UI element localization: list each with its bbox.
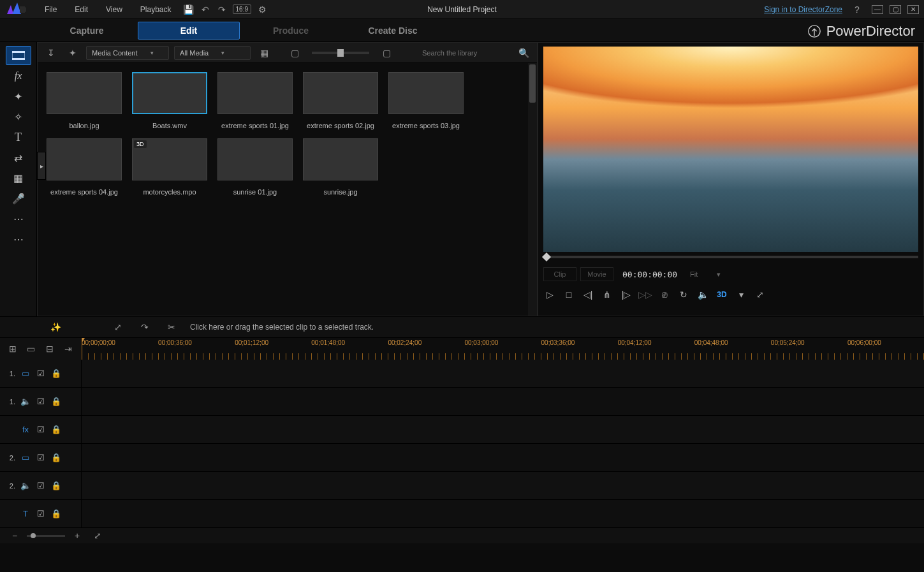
media-thumb[interactable]: extreme sports 04.jpg bbox=[47, 138, 122, 196]
grid-scrollbar[interactable] bbox=[528, 63, 537, 316]
movie-mode-button[interactable]: Movie bbox=[580, 267, 613, 281]
media-content-dropdown[interactable]: Media Content▾ bbox=[86, 46, 169, 60]
fast-forward-icon[interactable]: ▷▷ bbox=[639, 288, 652, 301]
media-thumb[interactable]: extreme sports 03.jpg bbox=[388, 72, 464, 129]
prev-frame-icon[interactable]: ◁| bbox=[582, 288, 594, 301]
timeline-view-icon[interactable]: ⊞ bbox=[6, 342, 18, 356]
track-lane[interactable] bbox=[82, 416, 924, 443]
fit-to-screen-icon[interactable]: ⤢ bbox=[111, 320, 125, 334]
room-media-icon[interactable] bbox=[6, 46, 31, 65]
next-frame-icon[interactable]: |▷ bbox=[620, 288, 633, 301]
thumb-large-icon[interactable]: ▢ bbox=[379, 46, 393, 60]
help-icon[interactable]: ? bbox=[850, 3, 864, 17]
minimize-icon[interactable]: — bbox=[872, 5, 883, 14]
volume-icon[interactable]: 🔈 bbox=[696, 288, 709, 301]
room-subtitle-icon[interactable]: ⋯ bbox=[6, 230, 31, 249]
tab-capture[interactable]: Capture bbox=[36, 22, 138, 40]
redo-icon[interactable]: ↷ bbox=[215, 3, 229, 17]
track-visible-icon[interactable]: ☑ bbox=[36, 481, 46, 490]
tab-create-disc[interactable]: Create Disc bbox=[342, 22, 444, 40]
undock-icon[interactable]: ⤢ bbox=[754, 288, 766, 301]
track-lock-icon[interactable]: 🔒 bbox=[51, 453, 61, 462]
thumb-image bbox=[388, 72, 464, 114]
menu-view[interactable]: View bbox=[97, 3, 131, 17]
preview-seekbar[interactable] bbox=[543, 252, 918, 262]
zoom-out-icon[interactable]: − bbox=[8, 529, 22, 543]
settings-icon[interactable]: ⚙ bbox=[255, 3, 269, 17]
thumb-small-icon[interactable]: ▢ bbox=[288, 46, 302, 60]
track-lock-icon[interactable]: 🔒 bbox=[51, 481, 61, 490]
import-icon[interactable]: ↧ bbox=[44, 46, 58, 60]
menu-file[interactable]: File bbox=[36, 3, 66, 17]
room-particle-icon[interactable]: ✧ bbox=[6, 107, 31, 126]
track-visible-icon[interactable]: ☑ bbox=[36, 425, 46, 434]
preview-viewport[interactable] bbox=[543, 47, 918, 252]
media-thumb[interactable]: Boats.wmv bbox=[132, 72, 207, 129]
media-thumb[interactable]: extreme sports 01.jpg bbox=[217, 72, 293, 129]
track-manager-icon[interactable]: ⊟ bbox=[44, 342, 56, 356]
track-lock-icon[interactable]: 🔒 bbox=[51, 425, 61, 434]
track-visible-icon[interactable]: ☑ bbox=[36, 397, 46, 406]
signin-link[interactable]: Sign in to DirectorZone bbox=[764, 5, 842, 14]
media-thumb[interactable]: ballon.jpg bbox=[47, 72, 122, 129]
room-title-icon[interactable]: T bbox=[6, 128, 31, 147]
media-thumb[interactable]: extreme sports 02.jpg bbox=[303, 72, 378, 129]
thumb-size-slider[interactable] bbox=[312, 52, 369, 54]
room-pip-icon[interactable]: ✦ bbox=[6, 87, 31, 106]
timeline-ruler[interactable]: 00;00;00;0000;00;36;0000;01;12;0000;01;4… bbox=[82, 338, 924, 360]
snap-icon[interactable]: ⇥ bbox=[62, 342, 75, 356]
track-lane[interactable] bbox=[82, 388, 924, 415]
grid-view-icon[interactable]: ▦ bbox=[257, 46, 271, 60]
playhead-icon[interactable] bbox=[82, 338, 82, 360]
track-visible-icon[interactable]: ☑ bbox=[36, 369, 46, 378]
track-lock-icon[interactable]: 🔒 bbox=[51, 509, 61, 518]
track-visible-icon[interactable]: ☑ bbox=[36, 509, 46, 518]
zoom-slider[interactable] bbox=[27, 535, 65, 537]
maximize-icon[interactable]: ▢ bbox=[890, 5, 901, 14]
track-lock-icon[interactable]: 🔒 bbox=[51, 397, 61, 406]
room-fx-icon[interactable]: fx bbox=[6, 66, 31, 85]
stop-icon[interactable]: □ bbox=[562, 288, 575, 301]
room-audio-mix-icon[interactable]: ▦ bbox=[6, 168, 31, 187]
room-voiceover-icon[interactable]: 🎤 bbox=[6, 189, 31, 208]
undo-icon[interactable]: ↶ bbox=[198, 3, 212, 17]
track-lane[interactable] bbox=[82, 444, 924, 471]
close-icon[interactable]: ✕ bbox=[907, 5, 919, 14]
track-visible-icon[interactable]: ☑ bbox=[36, 453, 46, 462]
zoom-in-icon[interactable]: + bbox=[70, 529, 84, 543]
zoom-fit-dropdown[interactable]: Fit▾ bbox=[686, 270, 724, 279]
track-lane[interactable] bbox=[82, 472, 924, 499]
save-icon[interactable]: 💾 bbox=[182, 3, 196, 17]
threeD-button[interactable]: 3D bbox=[715, 288, 728, 301]
media-filter-dropdown[interactable]: All Media▾ bbox=[174, 46, 251, 60]
aspect-ratio-badge[interactable]: 16:9 bbox=[233, 4, 251, 14]
room-transition-icon[interactable]: ⇄ bbox=[6, 148, 31, 167]
clip-mode-button[interactable]: Clip bbox=[543, 267, 576, 281]
plugin-icon[interactable]: ✦ bbox=[66, 46, 80, 60]
magic-tools-icon[interactable]: ✨ bbox=[48, 320, 62, 334]
track-lane[interactable] bbox=[82, 500, 924, 527]
curve-icon[interactable]: ↷ bbox=[138, 320, 152, 334]
track-lane[interactable] bbox=[82, 360, 924, 387]
room-chapter-icon[interactable]: ⋯ bbox=[6, 209, 31, 228]
tab-edit[interactable]: Edit bbox=[138, 22, 240, 40]
storyboard-view-icon[interactable]: ▭ bbox=[25, 342, 37, 356]
loop-icon[interactable]: ↻ bbox=[677, 288, 690, 301]
media-thumb[interactable]: sunrise 01.jpg bbox=[217, 138, 293, 196]
quality-icon[interactable]: ▾ bbox=[735, 288, 747, 301]
media-thumb[interactable]: 3Dmotorcycles.mpo bbox=[132, 138, 207, 196]
tab-produce[interactable]: Produce bbox=[240, 22, 342, 40]
play-icon[interactable]: ▷ bbox=[543, 288, 556, 301]
menu-edit[interactable]: Edit bbox=[66, 3, 97, 17]
library-search-input[interactable] bbox=[422, 49, 510, 57]
snapshot-icon[interactable]: ⎚ bbox=[658, 288, 671, 301]
trim-icon[interactable]: ✂ bbox=[165, 320, 179, 334]
split-icon[interactable]: ⋔ bbox=[601, 288, 613, 301]
menu-playback[interactable]: Playback bbox=[131, 3, 180, 17]
media-thumb[interactable]: sunrise.jpg bbox=[303, 138, 378, 196]
seek-head-icon[interactable] bbox=[542, 253, 551, 261]
timecode[interactable]: 00:00:00:00 bbox=[617, 270, 682, 279]
track-lock-icon[interactable]: 🔒 bbox=[51, 369, 61, 378]
search-icon[interactable]: 🔍 bbox=[517, 46, 531, 60]
zoom-fit-icon[interactable]: ⤢ bbox=[91, 529, 105, 543]
